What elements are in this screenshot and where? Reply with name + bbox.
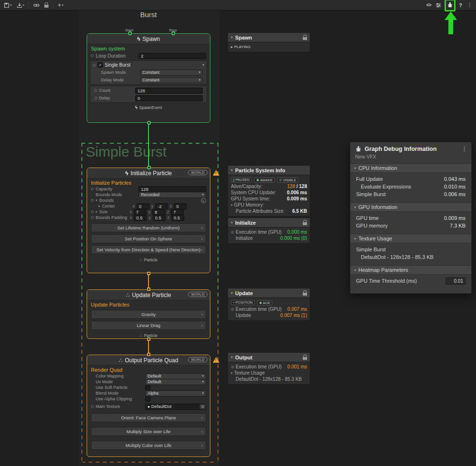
output-input-port[interactable] (147, 353, 150, 356)
window-menu-button[interactable]: ⋮ (461, 145, 467, 152)
system-group-label[interactable]: Simple Burst (86, 144, 167, 160)
center-y-input[interactable] (155, 203, 168, 209)
block-set-position[interactable]: Set Position On Sphere ‹ (91, 234, 206, 243)
collapse-icon[interactable]: ‹ (201, 312, 203, 317)
update-node-header[interactable]: ∴ Update Particle WORLD (87, 290, 210, 300)
foldout-closed-icon[interactable]: ▸ (99, 204, 100, 208)
main-texture-port[interactable] (91, 405, 94, 408)
edge-spawn-initialize[interactable] (148, 125, 149, 168)
collapse-icon[interactable]: ‹ (201, 236, 203, 241)
capacity-input[interactable] (139, 186, 206, 192)
help-button[interactable]: ? (457, 0, 464, 10)
foldout-closed-icon[interactable]: ▸ (96, 210, 98, 214)
initialize-node-header[interactable]: ϟ Initialize Particle WORLD (87, 168, 210, 178)
warning-icon[interactable] (213, 170, 219, 176)
space-badge[interactable]: WORLD (188, 292, 208, 297)
heatmap-parameters-section-header[interactable]: ▾ Heatmap Parameters (350, 265, 471, 275)
blackboard-toggle-button[interactable]: <> (425, 0, 433, 10)
spawnevent-flow-port[interactable] (147, 121, 151, 125)
delay-mode-dropdown[interactable]: Constant ▾ (140, 77, 203, 83)
lock-icon[interactable] (303, 293, 307, 296)
size-port[interactable] (91, 210, 94, 213)
count-port[interactable] (94, 89, 97, 92)
uv-mode-dropdown[interactable]: Default ▾ (145, 379, 206, 385)
loop-duration-port[interactable] (91, 54, 94, 57)
foldout-open-icon[interactable]: ▾ (96, 198, 98, 202)
alpha-clipping-checkbox[interactable] (145, 397, 150, 402)
block-orient[interactable]: Orient: Face Camera Plane ‹ (91, 413, 206, 422)
color-mapping-dropdown[interactable]: Default ▾ (145, 373, 206, 379)
block-multiply-color[interactable]: Multiply Color over Life ‹ (91, 441, 206, 450)
capacity-port[interactable] (91, 188, 94, 190)
collapse-icon[interactable]: ‹ (201, 225, 203, 230)
gpu-memory-row[interactable]: ▾ GPU Memory: (231, 202, 307, 208)
warning-icon[interactable] (213, 357, 219, 363)
single-burst-checkbox[interactable]: ✓ (98, 62, 103, 68)
lock-icon[interactable] (303, 357, 307, 360)
debug-panel-initialize-header[interactable]: ▾ Initialize (228, 218, 310, 228)
space-badge[interactable]: WORLD (188, 170, 208, 175)
loop-duration-input[interactable] (139, 53, 206, 59)
collapse-icon[interactable]: ‹ (201, 247, 203, 252)
debug-panel-spawn-header[interactable]: ▾ Spawn (228, 32, 310, 42)
lock-icon[interactable] (303, 222, 307, 225)
add-button[interactable]: + ▾ (56, 0, 65, 10)
compile-button[interactable]: ▾ (15, 0, 27, 10)
padding-y-input[interactable] (153, 215, 166, 221)
texture-usage-row[interactable]: ▾ Texture Usage (231, 370, 307, 376)
spawn-context-node[interactable]: Start Stop ϟ Spawn Spawn system Loop Dur… (87, 33, 210, 123)
collapse-icon[interactable]: ‹ (201, 429, 203, 434)
foldout-open-icon[interactable]: ▾ (231, 203, 233, 207)
count-input[interactable] (135, 88, 203, 94)
gpu-information-section-header[interactable]: ▾ GPU Information (350, 202, 471, 212)
texture-usage-section-header[interactable]: ▾ Texture Usage (350, 234, 471, 243)
local-space-icon[interactable]: L (201, 198, 206, 203)
save-button[interactable]: ▾ (2, 0, 14, 10)
start-flow-port[interactable] (128, 31, 132, 35)
spawn-mode-dropdown[interactable]: Constant ▾ (140, 69, 203, 76)
center-z-input[interactable] (174, 203, 187, 209)
size-x-input[interactable] (134, 209, 147, 215)
initialize-output-port[interactable] (147, 272, 150, 275)
block-set-velocity[interactable]: Set Velocity from Direction & Speed (New… (91, 245, 206, 254)
cpu-information-section-header[interactable]: ▾ CPU Information (350, 163, 471, 173)
debug-panel-system-info-header[interactable]: ▾ Particle System Info (228, 165, 310, 175)
attach-button[interactable] (31, 0, 41, 10)
bounds-mode-dropdown[interactable]: Recorded ▾ (139, 192, 206, 198)
lock-icon[interactable] (303, 37, 307, 40)
block-set-lifetime[interactable]: Set Lifetime Random (Uniform) ‹ (91, 223, 206, 232)
foldout-open-icon[interactable]: ▾ (231, 371, 233, 375)
size-z-input[interactable] (171, 209, 184, 215)
block-multiply-size[interactable]: Multiply Size over Life ‹ (91, 427, 206, 436)
chevron-down-icon[interactable]: ▾ (202, 63, 204, 67)
output-node-header[interactable]: ∴ Output Particle Quad WORLD (87, 355, 210, 366)
padding-x-input[interactable] (134, 215, 147, 221)
object-picker-icon[interactable]: ⊙ (199, 404, 206, 409)
more-options-button[interactable]: ⋮ (465, 0, 474, 10)
bounds-port[interactable] (91, 199, 94, 202)
lock-button[interactable] (42, 0, 50, 10)
control-panel-button[interactable] (434, 0, 443, 10)
single-burst-block[interactable]: ✓ Single Burst ▾ Spawn Mode Constant ▾ D… (90, 60, 207, 85)
main-texture-field[interactable]: ● DefaultDot ⊙ (145, 404, 206, 410)
delay-port[interactable] (94, 97, 97, 99)
gpu-time-threshold-input[interactable] (446, 278, 466, 285)
debug-panel-output-header[interactable]: ▾ Output (228, 352, 310, 362)
stop-flow-port[interactable] (171, 31, 175, 35)
block-gravity[interactable]: Gravity ‹ (91, 310, 206, 319)
space-badge[interactable]: WORLD (188, 357, 208, 362)
initialize-context-node[interactable]: ϟ Initialize Particle WORLD Initialize P… (87, 168, 210, 273)
collapse-icon[interactable]: ‹ (201, 323, 203, 328)
collapse-icon[interactable]: ‹ (201, 443, 203, 448)
update-input-port[interactable] (147, 288, 150, 291)
delay-input[interactable] (135, 95, 203, 101)
bounds-padding-port[interactable] (91, 216, 94, 219)
output-context-node[interactable]: ∴ Output Particle Quad WORLD Render Quad… (87, 355, 210, 457)
debug-panel-update-header[interactable]: ▾ Update (228, 288, 310, 298)
center-x-input[interactable] (137, 203, 149, 209)
update-context-node[interactable]: ∴ Update Particle WORLD Update Particles… (87, 289, 210, 339)
size-y-input[interactable] (152, 209, 165, 215)
burst-values-block[interactable]: Count Delay (90, 86, 207, 103)
spawn-node-header[interactable]: ϟ Spawn (87, 34, 210, 44)
single-burst-port[interactable] (93, 64, 96, 67)
